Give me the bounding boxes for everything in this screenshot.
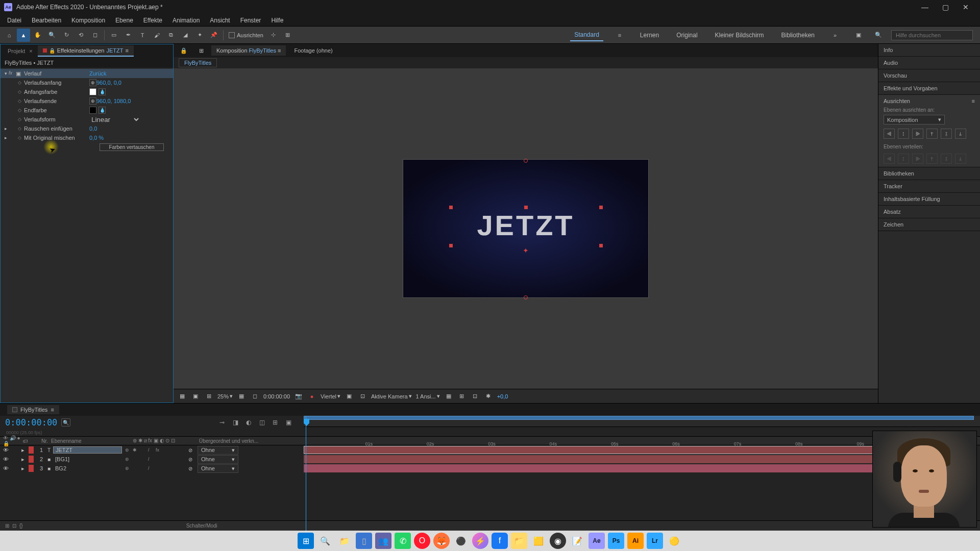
align-vcenter-button[interactable]: ⫱ [941, 129, 952, 139]
tab-projekt[interactable]: Projekt× [3, 46, 38, 56]
orbit-tool[interactable]: ↻ [60, 29, 73, 42]
maximize-button[interactable]: ▢ [935, 0, 955, 14]
shape-tool[interactable]: ▭ [107, 29, 120, 42]
roto-tool[interactable]: ✦ [193, 29, 206, 42]
close-button[interactable]: ✕ [955, 0, 976, 14]
toggle-icon-2[interactable]: ⊡ [12, 523, 16, 529]
mask-icon[interactable]: ▣ [191, 392, 200, 400]
menu-komposition[interactable]: Komposition [66, 15, 110, 26]
align-hcenter-button[interactable]: ⫶ [898, 129, 909, 139]
menu-bearbeiten[interactable]: Bearbeiten [27, 15, 66, 26]
taskbar-teams[interactable]: 👥 [375, 533, 391, 549]
tab-effekteinstellungen[interactable]: 🔒 Effekteinstellungen JETZT ≡ [38, 45, 134, 57]
panel-content-fill[interactable]: Inhaltsbasierte Füllung [878, 193, 980, 206]
panel-lock-icon[interactable]: 🔒 [177, 44, 190, 57]
taskbar-explorer[interactable]: 📁 [336, 533, 353, 549]
color-swatch-end[interactable] [89, 107, 96, 114]
zoom-dropdown[interactable]: 25% ▾ [217, 393, 233, 399]
swap-colors-button[interactable]: Farben vertauschen [100, 143, 164, 151]
playhead[interactable] [304, 419, 309, 426]
stopwatch-icon[interactable] [16, 107, 23, 113]
timeline-tab[interactable]: FlyByTitles ≡ [7, 405, 59, 414]
minimize-button[interactable]: — [915, 0, 935, 14]
workspace-lernen[interactable]: Lernen [636, 30, 663, 41]
panel-audio[interactable]: Audio [878, 57, 980, 69]
transparency-icon[interactable]: ▣ [345, 392, 354, 400]
tab-footage[interactable]: Footage (ohne) [289, 45, 337, 56]
taskbar-facebook[interactable]: f [492, 533, 508, 549]
taskbar-app[interactable]: 🟡 [666, 533, 682, 549]
taskbar-illustrator[interactable]: Ai [627, 533, 644, 549]
current-time[interactable]: 0:00:00:00 [5, 417, 57, 428]
label-color[interactable] [29, 465, 34, 472]
workspace-standard[interactable]: Standard [570, 29, 603, 41]
tab-menu-icon[interactable]: ≡ [51, 407, 54, 413]
parent-dropdown[interactable]: Ohne▾ [198, 464, 238, 473]
snapping-toggle[interactable]: Ausrichten [229, 32, 263, 38]
resolution-dropdown[interactable]: Viertel ▾ [321, 393, 340, 399]
taskbar-app[interactable]: ▯ [356, 533, 372, 549]
zoom-tool[interactable]: 🔍 [45, 29, 59, 42]
taskbar-photoshop[interactable]: Ps [608, 533, 624, 549]
3d-icon[interactable]: ⊡ [358, 392, 367, 400]
layer-row[interactable]: 👁▸3■BG2⊛/⊘Ohne▾ [0, 464, 304, 473]
prop-verlaufsende[interactable]: Verlaufsende ⊕ 960,0, 1080,0 [1, 96, 173, 106]
stopwatch-icon[interactable] [16, 80, 23, 86]
align-left-button[interactable]: ⫷ [884, 129, 895, 139]
prop-verlaufsanfang[interactable]: Verlaufsanfang ⊕ 960,0, 0,0 [1, 78, 173, 87]
visibility-toggle[interactable]: 👁 [0, 465, 7, 471]
parent-dropdown[interactable]: Ohne▾ [198, 446, 238, 455]
switches-modes-toggle[interactable]: Schalter/Modi [186, 523, 217, 529]
res-icon[interactable]: ▦ [237, 392, 246, 400]
tab-menu-icon[interactable]: ≡ [278, 47, 281, 54]
pickwhip-icon[interactable]: ⊘ [188, 466, 195, 471]
color-swatch-start[interactable] [89, 88, 96, 95]
workspace-original[interactable]: Original [672, 30, 701, 41]
prop-anfangsfarbe[interactable]: Anfangsfarbe 💧 [1, 87, 173, 96]
ramp-shape-select[interactable]: Linear [89, 115, 140, 124]
menu-ebene[interactable]: Ebene [110, 15, 138, 26]
eyedropper-icon[interactable]: 💧 [99, 107, 106, 114]
panel-paragraph[interactable]: Absatz [878, 206, 980, 218]
panel-menu-icon[interactable]: ≡ [972, 98, 975, 104]
nested-comp-tab[interactable]: FlyByTitles [179, 58, 217, 67]
layer-name[interactable]: [BG1] [53, 456, 122, 462]
pickwhip-icon[interactable]: ⊘ [188, 457, 195, 462]
point-picker-icon[interactable]: ⊕ [89, 79, 96, 86]
brush-tool[interactable]: 🖌 [150, 29, 163, 42]
views-dropdown[interactable]: 1 Ansi... ▾ [416, 393, 440, 399]
menu-effekte[interactable]: Effekte [138, 15, 167, 26]
footer-time[interactable]: 0:00:00:00 [263, 393, 290, 399]
adjust-icon[interactable]: ✱ [484, 392, 493, 400]
prop-endfarbe[interactable]: Endfarbe 💧 [1, 106, 173, 115]
label-color[interactable] [29, 456, 34, 463]
rotate-tool[interactable]: ⟲ [74, 29, 87, 42]
prop-mischen[interactable]: ▸ Mit Original mischen 0,0 % [1, 133, 173, 142]
menu-fenster[interactable]: Fenster [235, 15, 266, 26]
align-top-button[interactable]: ⫯ [926, 129, 938, 139]
ramp-end-handle[interactable] [524, 295, 528, 299]
puppet-tool[interactable]: 📌 [207, 29, 220, 42]
view-opt-icon[interactable]: ▦ [444, 392, 453, 400]
pen-tool[interactable]: ✒ [121, 29, 135, 42]
prop-verlaufsform[interactable]: Verlaufsform Linear [1, 115, 173, 124]
text-tool[interactable]: T [136, 29, 149, 42]
layer-name[interactable]: JETZT [53, 446, 122, 454]
align-right-button[interactable]: ⫸ [912, 129, 923, 139]
parent-dropdown[interactable]: Ohne▾ [198, 455, 238, 464]
exposure-value[interactable]: +0,0 [497, 393, 508, 399]
stopwatch-icon[interactable] [16, 126, 23, 132]
view-opt-icon-2[interactable]: ⊞ [457, 392, 467, 400]
taskbar-folder[interactable]: 📁 [511, 533, 527, 549]
panel-tracker[interactable]: Tracker [878, 180, 980, 193]
taskbar-app[interactable]: ⚫ [453, 533, 469, 549]
fx-icon[interactable]: fx [9, 70, 16, 77]
motion-blur-button[interactable]: ◐ [243, 418, 254, 427]
workspace-biblio[interactable]: Bibliotheken [777, 30, 819, 41]
selection-tool[interactable]: ▲ [17, 29, 30, 42]
channel-icon[interactable]: ● [307, 392, 316, 400]
taskbar-after-effects[interactable]: Ae [589, 533, 605, 549]
snap-option-icon-2[interactable]: ⊞ [281, 29, 295, 42]
stopwatch-icon[interactable] [16, 98, 23, 104]
pickwhip-icon[interactable]: ⊘ [188, 447, 195, 453]
